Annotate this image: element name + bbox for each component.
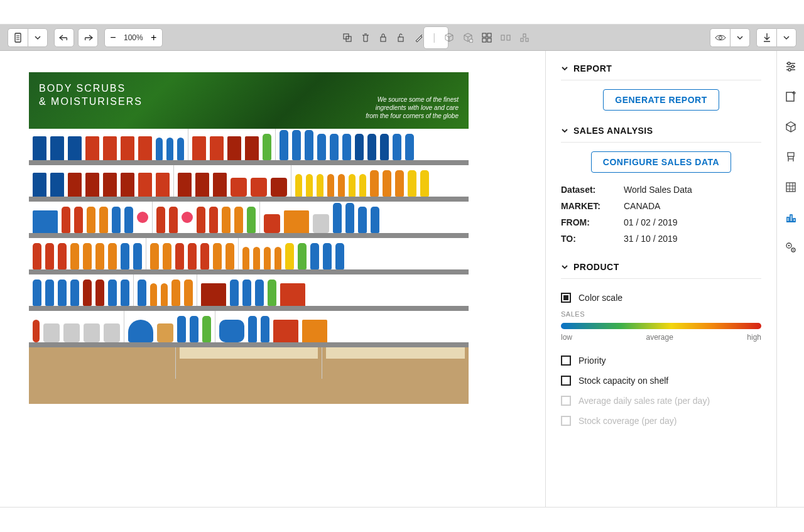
priority-checkbox[interactable] [561, 356, 571, 366]
zoom-value: 100% [121, 33, 146, 42]
shelf-1 [29, 129, 469, 165]
main-toolbar: − 100% + | [0, 24, 804, 51]
grid-icon[interactable] [783, 179, 799, 195]
unlock-icon[interactable] [396, 33, 405, 43]
section-report-header[interactable]: REPORT [561, 60, 761, 80]
dataset-label: Dataset: [561, 185, 624, 195]
shelf-4 [29, 238, 469, 274]
svg-point-8 [469, 39, 473, 43]
svg-point-24 [788, 68, 791, 71]
eye-icon[interactable] [710, 28, 730, 47]
zoom-out-button[interactable]: − [105, 29, 121, 46]
coverage-checkbox [561, 416, 571, 426]
to-value: 31 / 10 / 2019 [624, 234, 678, 244]
svg-rect-13 [501, 35, 504, 40]
chevron-down-icon[interactable] [730, 28, 750, 47]
chevron-down-icon[interactable] [28, 28, 48, 47]
chevron-down-icon[interactable] [776, 28, 796, 47]
cube-grid-icon[interactable] [482, 33, 492, 43]
svg-rect-28 [788, 153, 794, 156]
undo-button[interactable] [54, 28, 74, 47]
zoom-control[interactable]: − 100% + [104, 28, 163, 47]
dataset-value: World Sales Data [624, 185, 692, 195]
avg-daily-label: Average daily sales rate (per day) [579, 396, 710, 406]
svg-rect-6 [381, 37, 386, 41]
canvas-area[interactable]: BODY SCRUBS & MOISTURISERS We source som… [0, 51, 545, 507]
split-icon[interactable] [501, 33, 511, 43]
color-scale-checkbox[interactable] [561, 293, 571, 303]
section-product-header[interactable]: PRODUCT [561, 258, 761, 279]
planogram-title-2: & MOISTURISERS [39, 96, 143, 107]
shelf-5 [29, 274, 469, 311]
planogram: BODY SCRUBS & MOISTURISERS We source som… [29, 72, 469, 404]
download-icon[interactable] [756, 28, 776, 47]
scale-labels: low average high [561, 333, 761, 342]
svg-point-22 [788, 62, 790, 65]
trash-icon[interactable] [361, 33, 370, 43]
market-label: MARKET: [561, 201, 624, 211]
coverage-label: Stock coverage (per day) [579, 416, 676, 426]
paint-icon[interactable] [414, 33, 424, 43]
fixture-icon[interactable] [783, 149, 799, 165]
svg-rect-14 [507, 35, 510, 40]
color-scale-label: Color scale [579, 293, 622, 303]
shelf-3 [29, 202, 469, 238]
chart-icon[interactable] [783, 209, 799, 225]
svg-point-23 [791, 65, 794, 68]
section-sales-title: SALES ANALYSIS [573, 126, 653, 136]
cube-icon[interactable] [783, 119, 799, 135]
download-button[interactable] [756, 28, 796, 47]
add-page-icon[interactable] [783, 89, 799, 105]
duplicate-icon[interactable] [342, 33, 352, 43]
capacity-checkbox[interactable] [561, 376, 571, 386]
to-label: TO: [561, 234, 624, 244]
zoom-in-button[interactable]: + [146, 29, 162, 46]
avg-daily-checkbox [561, 396, 571, 406]
section-product-title: PRODUCT [573, 262, 619, 272]
lock-icon[interactable] [379, 33, 388, 43]
chevron-down-icon [561, 263, 568, 271]
svg-rect-9 [482, 33, 486, 37]
chevron-down-icon [561, 65, 568, 72]
svg-rect-12 [487, 38, 491, 42]
svg-point-42 [788, 245, 790, 247]
section-report-title: REPORT [573, 63, 612, 73]
svg-rect-15 [521, 38, 523, 41]
svg-rect-25 [786, 92, 794, 101]
svg-point-44 [793, 249, 794, 251]
shelf-7-base [29, 347, 469, 379]
svg-rect-32 [786, 183, 795, 192]
svg-rect-11 [482, 38, 486, 42]
footer [0, 507, 804, 532]
cube-plus-icon[interactable] [463, 33, 473, 43]
file-menu-button[interactable] [8, 28, 48, 47]
settings-icon[interactable] [783, 58, 799, 75]
svg-rect-7 [398, 37, 403, 41]
svg-point-18 [719, 36, 722, 39]
chevron-down-icon [561, 127, 568, 134]
configure-sales-button[interactable]: CONFIGURE SALES DATA [591, 151, 731, 173]
right-rail [776, 51, 804, 507]
svg-rect-16 [526, 38, 528, 41]
planogram-header: BODY SCRUBS & MOISTURISERS We source som… [29, 72, 469, 129]
priority-label: Priority [579, 356, 606, 366]
cube-icon[interactable] [444, 33, 454, 43]
redo-button[interactable] [78, 28, 98, 47]
from-label: FROM: [561, 217, 624, 227]
from-value: 01 / 02 / 2019 [624, 217, 678, 227]
gears-icon[interactable] [783, 239, 799, 256]
distribute-icon[interactable] [519, 33, 530, 43]
generate-report-button[interactable]: GENERATE REPORT [603, 89, 719, 111]
shelves [29, 129, 469, 379]
browser-placeholder [0, 0, 804, 24]
svg-rect-10 [487, 33, 491, 37]
planogram-title-1: BODY SCRUBS [39, 83, 126, 94]
sales-label: SALES [561, 310, 761, 318]
section-sales-header[interactable]: SALES ANALYSIS [561, 122, 761, 143]
svg-rect-17 [523, 34, 526, 37]
right-panel: REPORT GENERATE REPORT SALES ANALYSIS CO… [545, 51, 776, 507]
shelf-6 [29, 311, 469, 347]
sales-gradient [561, 323, 761, 329]
view-mode-button[interactable] [710, 28, 750, 47]
capacity-label: Stock capacity on shelf [579, 376, 668, 386]
